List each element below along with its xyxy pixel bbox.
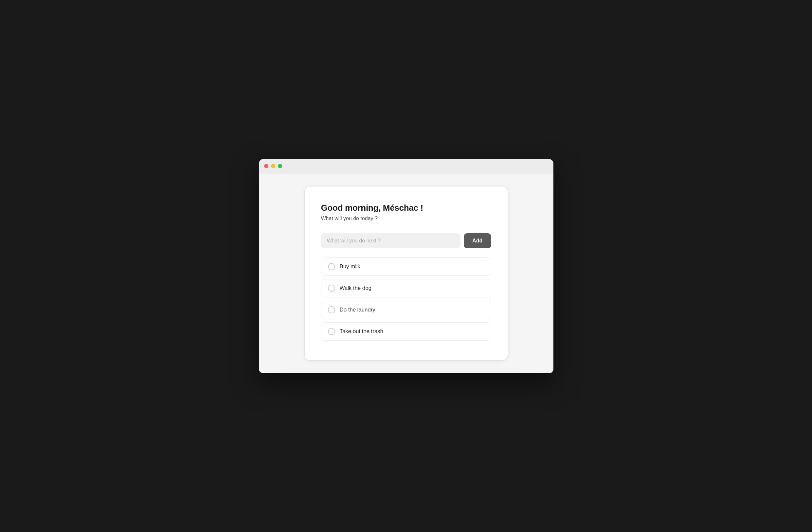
task-item[interactable]: Do the laundry [321,301,491,319]
close-button[interactable] [264,164,269,168]
task-item[interactable]: Walk the dog [321,279,491,297]
task-item[interactable]: Buy milk [321,257,491,276]
task-label-text: Take out the trash [340,328,383,335]
input-row: Add [321,233,491,248]
task-label-text: Walk the dog [340,285,372,292]
task-label-text: Buy milk [340,263,360,270]
traffic-lights [264,164,282,168]
task-label-text: Do the laundry [340,307,375,313]
title-bar [259,159,553,173]
minimize-button[interactable] [271,164,275,168]
main-card: Good morning, Méschac ! What will you do… [305,187,508,360]
add-task-button[interactable]: Add [464,233,491,248]
task-checkbox[interactable] [328,306,335,313]
task-checkbox[interactable] [328,328,335,335]
subtitle-text: What will you do today ? [321,216,491,222]
task-list: Buy milkWalk the dogDo the laundryTake o… [321,257,491,341]
task-checkbox[interactable] [328,285,335,292]
task-item[interactable]: Take out the trash [321,322,491,341]
greeting-text: Good morning, Méschac ! [321,203,491,213]
task-input[interactable] [321,233,461,248]
task-checkbox[interactable] [328,263,335,270]
maximize-button[interactable] [278,164,282,168]
app-window: Good morning, Méschac ! What will you do… [259,159,553,373]
content-area: Good morning, Méschac ! What will you do… [259,173,553,373]
